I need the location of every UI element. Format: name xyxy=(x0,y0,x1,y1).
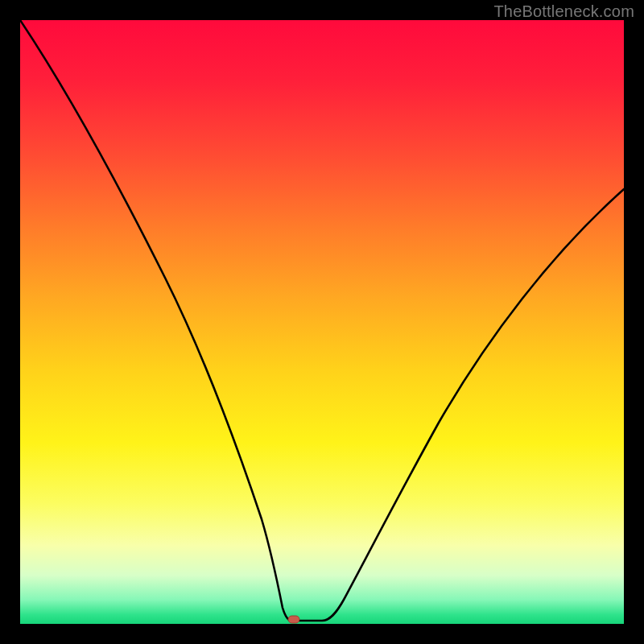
watermark-text: TheBottleneck.com xyxy=(493,2,634,21)
optimal-point-marker xyxy=(288,616,299,623)
curve-layer xyxy=(20,20,624,624)
chart-frame: TheBottleneck.com xyxy=(0,0,644,644)
plot-area xyxy=(20,20,624,624)
bottleneck-curve xyxy=(20,20,624,621)
